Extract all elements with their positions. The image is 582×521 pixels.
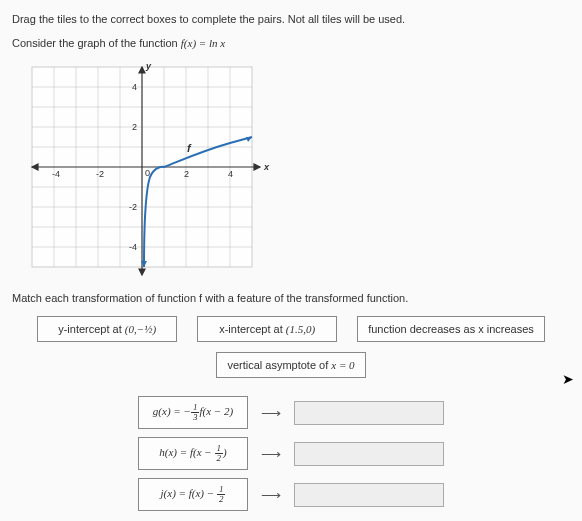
svg-text:-2: -2 — [129, 202, 137, 212]
arrow-icon: ⟶ — [256, 405, 286, 421]
graph-container: -4 -2 0 2 4 4 2 -2 -4 y x f — [22, 57, 570, 282]
arrow-icon: ⟶ — [256, 446, 286, 462]
tile-decreasing[interactable]: function decreases as x increases — [357, 316, 545, 342]
drop-g[interactable] — [294, 401, 444, 425]
svg-marker-22 — [139, 269, 145, 275]
consider-text: Consider the graph of the function f(x) … — [12, 37, 570, 49]
row-j: j(x) = f(x) − 12 ⟶ — [138, 478, 444, 511]
svg-marker-18 — [254, 164, 260, 170]
drop-j[interactable] — [294, 483, 444, 507]
arrow-icon: ⟶ — [256, 487, 286, 503]
svg-text:x: x — [263, 162, 270, 172]
drop-h[interactable] — [294, 442, 444, 466]
tile-y-intercept[interactable]: y-intercept at (0,−½) — [37, 316, 177, 342]
tile-x-intercept[interactable]: x-intercept at (1.5,0) — [197, 316, 337, 342]
instructions-text: Drag the tiles to the correct boxes to c… — [12, 12, 570, 27]
tile-asymptote[interactable]: vertical asymptote of x = 0 — [216, 352, 365, 378]
svg-text:4: 4 — [228, 169, 233, 179]
svg-text:4: 4 — [132, 82, 137, 92]
svg-text:-2: -2 — [96, 169, 104, 179]
function-expression: f(x) = ln x — [181, 37, 225, 49]
svg-text:-4: -4 — [129, 242, 137, 252]
svg-text:2: 2 — [132, 122, 137, 132]
row-h: h(x) = f(x − 12) ⟶ — [138, 437, 444, 470]
source-j: j(x) = f(x) − 12 — [138, 478, 248, 511]
cursor-icon: ➤ — [562, 371, 574, 387]
match-prompt: Match each transformation of function f … — [12, 292, 570, 304]
source-h: h(x) = f(x − 12) — [138, 437, 248, 470]
graph-svg: -4 -2 0 2 4 4 2 -2 -4 y x f — [22, 57, 282, 282]
tiles-bank: y-intercept at (0,−½) x-intercept at (1.… — [12, 316, 570, 378]
svg-text:y: y — [145, 61, 152, 71]
match-rows: g(x) = −13f(x − 2) ⟶ h(x) = f(x − 12) ⟶ … — [12, 396, 570, 511]
source-g: g(x) = −13f(x − 2) — [138, 396, 248, 429]
svg-text:2: 2 — [184, 169, 189, 179]
row-g: g(x) = −13f(x − 2) ⟶ — [138, 396, 444, 429]
consider-prefix: Consider the graph of the function — [12, 37, 181, 49]
svg-text:-4: -4 — [52, 169, 60, 179]
